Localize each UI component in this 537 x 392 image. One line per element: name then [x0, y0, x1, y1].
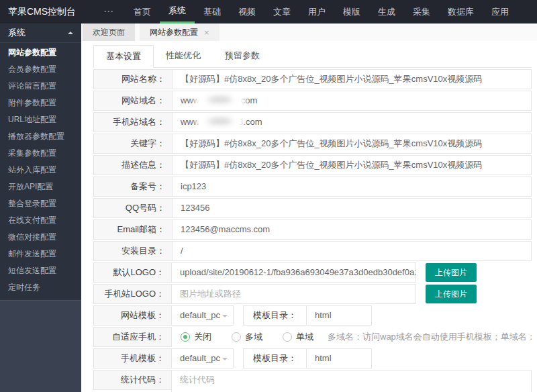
- blur-smudge: [201, 115, 238, 128]
- template-select[interactable]: default_pc: [171, 305, 234, 326]
- top-nav-item-1[interactable]: 系统: [160, 0, 195, 23]
- sidebar-item-12[interactable]: 邮件发送配置: [0, 246, 81, 262]
- sidebar-filler: [0, 300, 81, 392]
- field-hint: 多域名：访问wap域名会自动使用手机模板；单域名：手机访问会自动使用手机模板；: [328, 327, 532, 347]
- field-label: 默认LOGO：: [93, 262, 172, 283]
- field-label: 手机站LOGO：: [93, 284, 172, 304]
- field-input[interactable]: 图片地址或路径: [171, 284, 416, 304]
- sidebar-item-7[interactable]: 站外入库配置: [0, 162, 81, 179]
- sidebar-item-0[interactable]: 网站参数配置: [0, 44, 81, 61]
- top-nav-item-5[interactable]: 用户: [299, 0, 334, 23]
- top-nav: 首页系统基础视频文章用户模版生成采集数据库应用: [125, 0, 518, 23]
- field-label: 备案号：: [94, 177, 173, 196]
- field-label: QQ号码：: [94, 199, 173, 217]
- select-value: default_pc: [180, 310, 220, 320]
- top-nav-item-6[interactable]: 模版: [334, 0, 369, 23]
- field-input[interactable]: 123456@maccms.com: [173, 220, 531, 239]
- form-row: 安装目录：/: [93, 241, 532, 261]
- page-tab-0[interactable]: 欢迎页面: [83, 23, 135, 41]
- more-menu-icon[interactable]: ⋯: [93, 0, 125, 23]
- sidebar-item-3[interactable]: 附件参数配置: [0, 95, 81, 111]
- sidebar-item-2[interactable]: 评论留言配置: [0, 78, 81, 95]
- dir-label: 模板目录：: [243, 305, 307, 326]
- upload-button[interactable]: 上传图片: [426, 263, 477, 282]
- page-tab-label: 网站参数配置: [150, 27, 198, 38]
- field-input[interactable]: icp123: [173, 177, 531, 196]
- chevron-down-icon: [222, 358, 228, 363]
- form-row: 备案号：icp123: [93, 177, 532, 197]
- top-nav-item-7[interactable]: 生成: [369, 0, 404, 23]
- form-row: 网站名称：【好源码】#仿8x8x_20多个广告位_视频图片小说源码_苹果cmsV…: [93, 69, 532, 89]
- sidebar-item-10[interactable]: 在线支付配置: [0, 212, 81, 229]
- field-label: 安装目录：: [94, 242, 173, 260]
- sidebar-item-5[interactable]: 播放器参数配置: [0, 128, 81, 145]
- form-row: 描述信息：【好源码】#仿8x8x_20多个广告位_视频图片小说源码_苹果cmsV…: [93, 155, 532, 175]
- top-nav-item-3[interactable]: 视频: [230, 0, 264, 23]
- sidebar-item-4[interactable]: URL地址配置: [0, 111, 81, 128]
- field-input[interactable]: 【好源码】#仿8x8x_20多个广告位_视频图片小说源码_苹果cmsV10x视频…: [173, 156, 531, 175]
- field-label: 统计代码：: [93, 370, 172, 390]
- sidebar-item-9[interactable]: 整合登录配置: [0, 195, 81, 212]
- dir-label: 模板目录：: [243, 348, 307, 369]
- page-tab-1[interactable]: 网站参数配置×: [140, 23, 219, 41]
- template-select[interactable]: default_pc: [171, 348, 234, 369]
- form-row: QQ号码：123456: [93, 198, 532, 218]
- form-row: 手机模板：default_pc模板目录：html: [93, 348, 532, 369]
- radio-label: 多域: [245, 331, 262, 343]
- field-label: 网站名称：: [94, 70, 173, 89]
- sidebar: 系统 网站参数配置会员参数配置评论留言配置附件参数配置URL地址配置播放器参数配…: [0, 23, 81, 392]
- sidebar-item-1[interactable]: 会员参数配置: [0, 61, 81, 78]
- field-input[interactable]: /: [173, 242, 531, 260]
- form-row: 自适应手机：关闭多域单域多域名：访问wap域名会自动使用手机模板；单域名：手机访…: [93, 327, 532, 347]
- app-title: 苹果CMS控制台: [0, 0, 87, 23]
- settings-tab-1[interactable]: 性能优化: [154, 45, 213, 67]
- top-nav-item-8[interactable]: 采集: [404, 0, 439, 23]
- settings-form: 网站名称：【好源码】#仿8x8x_20多个广告位_视频图片小说源码_苹果cmsV…: [93, 69, 532, 392]
- form-row: 统计代码：统计代码: [93, 370, 532, 392]
- top-nav-item-4[interactable]: 文章: [264, 0, 299, 23]
- form-row: 默认LOGO：upload/site/20190612-1/fba936a693…: [93, 262, 532, 283]
- sidebar-item-13[interactable]: 短信发送配置: [0, 262, 81, 279]
- top-nav-item-0[interactable]: 首页: [125, 0, 160, 23]
- topbar: 苹果CMS控制台 ⋯ 首页系统基础视频文章用户模版生成采集数据库应用: [0, 0, 537, 23]
- form-row: 关键字：【好源码】#仿8x8x_20多个广告位_视频图片小说源码_苹果cmsV1…: [93, 134, 532, 154]
- sidebar-item-11[interactable]: 微信对接配置: [0, 229, 81, 246]
- sidebar-item-6[interactable]: 采集参数配置: [0, 145, 81, 162]
- form-row: 网站模板：default_pc模板目录：html: [93, 305, 532, 326]
- field-label: 网站模板：: [93, 305, 172, 326]
- close-icon[interactable]: ×: [204, 28, 209, 37]
- top-nav-item-2[interactable]: 基础: [195, 0, 230, 23]
- field-input[interactable]: 123456: [173, 199, 531, 217]
- settings-tab-0[interactable]: 基本设置: [93, 45, 154, 68]
- sidebar-item-8[interactable]: 开放API配置: [0, 179, 81, 195]
- field-input[interactable]: www.3.com: [173, 113, 531, 132]
- field-label: 网站域名：: [94, 91, 173, 110]
- radio-option-0[interactable]: 关闭: [181, 331, 211, 343]
- field-input[interactable]: 【好源码】#仿8x8x_20多个广告位_视频图片小说源码_苹果cmsV10x视频…: [173, 70, 531, 89]
- page-tab-strip: 欢迎页面网站参数配置×: [81, 23, 537, 41]
- settings-tabs: 基本设置性能优化预留参数: [93, 45, 532, 68]
- top-nav-item-9[interactable]: 数据库: [439, 0, 483, 23]
- radio-option-2[interactable]: 单域: [283, 331, 313, 343]
- domain-suffix: .com: [238, 95, 257, 105]
- sidebar-item-14[interactable]: 定时任务: [0, 279, 81, 296]
- field-textarea[interactable]: 统计代码: [171, 370, 532, 392]
- field-label: 关键字：: [94, 134, 173, 153]
- settings-panel: 基本设置性能优化预留参数 网站名称：【好源码】#仿8x8x_20多个广告位_视频…: [81, 45, 537, 392]
- field-input[interactable]: upload/site/20190612-1/fba936a693049e37a…: [171, 262, 416, 283]
- dir-input[interactable]: html: [307, 348, 372, 369]
- field-label: 自适应手机：: [93, 327, 172, 347]
- field-label: 手机模板：: [93, 348, 172, 369]
- upload-button[interactable]: 上传图片: [426, 285, 477, 303]
- dir-input[interactable]: html: [307, 305, 372, 326]
- top-nav-item-10[interactable]: 应用: [483, 0, 518, 23]
- page-tab-label: 欢迎页面: [93, 27, 125, 38]
- field-input[interactable]: www..com: [173, 91, 531, 110]
- radio-option-1[interactable]: 多域: [232, 331, 262, 343]
- form-row: 手机站域名：www.3.com: [93, 112, 532, 132]
- sidebar-section-system[interactable]: 系统: [0, 23, 81, 43]
- field-input[interactable]: 【好源码】#仿8x8x_20多个广告位_视频图片小说源码_苹果cmsV10x视频…: [173, 134, 531, 153]
- sidebar-section-label: 系统: [8, 23, 26, 42]
- settings-tab-2[interactable]: 预留参数: [213, 45, 272, 67]
- form-row: Email邮箱：123456@maccms.com: [93, 219, 532, 240]
